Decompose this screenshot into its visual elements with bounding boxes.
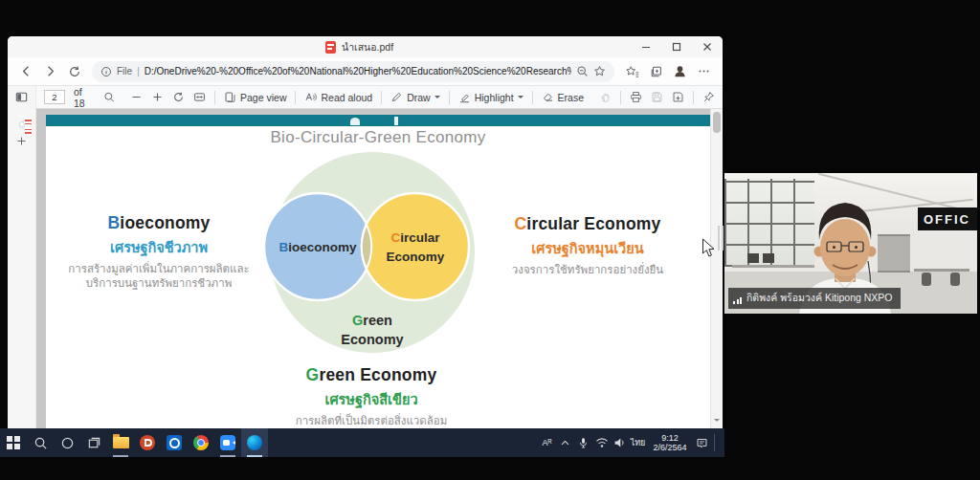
- meeting-stage: นำเสนอ.pdf File | D: [0, 0, 980, 480]
- outlook-icon: [167, 435, 182, 450]
- task-view-icon: [87, 436, 101, 450]
- edge-button-active[interactable]: [241, 428, 268, 457]
- taskbar-search-button[interactable]: [27, 428, 54, 457]
- circular-subtitle-thai: เศรษฐกิจหมุนเวียน: [478, 237, 698, 259]
- zoom-indicator-icon[interactable]: [576, 65, 589, 77]
- chevron-up-icon: [560, 438, 570, 448]
- forward-button[interactable]: [39, 60, 61, 82]
- page-number-input[interactable]: [44, 90, 65, 104]
- file-explorer-button[interactable]: [107, 428, 134, 457]
- print-button[interactable]: [630, 91, 642, 103]
- new-tab-button[interactable]: [15, 134, 28, 151]
- speaker-icon: [613, 437, 626, 448]
- save-button[interactable]: [651, 91, 663, 103]
- tray-app-badge[interactable]: Aᴿ: [538, 428, 556, 457]
- add-favorite-icon[interactable]: [593, 65, 606, 77]
- tab-actions-icon: [14, 90, 29, 104]
- minimize-button[interactable]: [631, 36, 661, 57]
- system-tray: Aᴿ ไทย 9:12 2/6/2564: [538, 428, 719, 457]
- pdf-content-area: Bio-Circular-Green Economy Bioeconomy Ci…: [36, 109, 723, 428]
- collections-button[interactable]: [645, 60, 667, 82]
- file-explorer-icon: [113, 437, 129, 448]
- zoom-in-button[interactable]: [151, 91, 164, 103]
- tab-item-pdf-2-active[interactable]: [19, 121, 25, 127]
- windows-logo-icon: [7, 436, 21, 450]
- task-view-button[interactable]: [80, 428, 107, 457]
- circular-economy-block: Circular Economy เศรษฐกิจหมุนเวียน วงจรก…: [478, 214, 698, 277]
- venn-circular-initial: C: [390, 230, 400, 245]
- highlighter-icon: [458, 91, 471, 103]
- page-view-label: Page view: [240, 92, 286, 103]
- outlook-button[interactable]: [161, 428, 188, 457]
- scrollbar-down-arrow[interactable]: [714, 419, 720, 425]
- eye: [833, 246, 835, 249]
- eye: [855, 246, 858, 249]
- chrome-button[interactable]: [188, 428, 214, 457]
- volume-tray-icon[interactable]: [611, 428, 629, 457]
- show-desktop-button[interactable]: [715, 428, 719, 457]
- minimize-icon: [640, 41, 652, 53]
- pdf-file-icon: [325, 41, 336, 54]
- venn-green-initial: G: [352, 313, 363, 328]
- bio-subtitle-thai: เศรษฐกิจชีวภาพ: [51, 236, 267, 258]
- start-button[interactable]: [0, 428, 27, 457]
- read-aloud-button[interactable]: Read aloud: [304, 91, 372, 103]
- draw-button[interactable]: Draw: [390, 91, 440, 103]
- url-text: D:/OneDrive%20-%20Office%20of%20National…: [145, 66, 571, 76]
- clock-time: 9:12: [647, 433, 693, 443]
- highlight-label: Highlight: [475, 92, 514, 103]
- back-button[interactable]: [15, 60, 37, 82]
- action-center-button[interactable]: [693, 428, 711, 457]
- scrollbar-thumb[interactable]: [713, 112, 721, 133]
- tab-actions-button[interactable]: [14, 90, 29, 108]
- powerpoint-button[interactable]: [134, 428, 161, 457]
- collections-icon: [650, 65, 663, 78]
- refresh-button[interactable]: [63, 60, 85, 82]
- microphone-tray-icon[interactable]: [574, 428, 592, 457]
- green-title-rest: reen Economy: [319, 365, 436, 384]
- close-button[interactable]: [692, 36, 723, 57]
- maximize-icon: [671, 41, 682, 53]
- close-icon: [702, 41, 713, 53]
- taskbar-clock[interactable]: 9:12 2/6/2564: [647, 433, 693, 452]
- hidden-icons-button[interactable]: [556, 428, 574, 457]
- page-view-button[interactable]: Page view: [224, 91, 286, 103]
- venn-bio-initial: B: [278, 240, 288, 254]
- green-economy-block: Green Economy เศรษฐกิจสีเขียว การผลิตที่…: [261, 365, 481, 428]
- circular-title-rest: ircular Economy: [526, 214, 660, 233]
- language-indicator[interactable]: ไทย: [629, 428, 647, 457]
- save-as-button[interactable]: [672, 91, 684, 103]
- more-menu-button[interactable]: [693, 60, 715, 82]
- refresh-icon: [68, 65, 81, 78]
- rotate-button[interactable]: [172, 91, 185, 103]
- address-bar[interactable]: File | D:/OneDrive%20-%20Office%20of%20N…: [92, 61, 614, 82]
- pan-hand-icon[interactable]: [599, 91, 612, 103]
- cortana-button[interactable]: [54, 428, 80, 457]
- venn-green-label: GreenEconomy: [315, 311, 430, 349]
- pdf-toolbar-right: [599, 91, 715, 104]
- pdf-scrollbar[interactable]: [710, 109, 723, 428]
- draw-dropdown-icon[interactable]: [434, 96, 440, 101]
- zoom-out-button[interactable]: [130, 91, 143, 103]
- wifi-tray-icon[interactable]: [592, 428, 611, 457]
- favorites-button[interactable]: [621, 60, 643, 82]
- draw-label: Draw: [407, 92, 431, 103]
- search-icon[interactable]: [103, 91, 115, 103]
- panel-resize-handle[interactable]: [718, 226, 724, 251]
- circular-desc: วงจรการใช้ทรัพยากรอย่างยั่งยืน: [478, 263, 698, 277]
- fit-to-width-button[interactable]: [193, 91, 206, 103]
- page-info-icon: [100, 66, 112, 77]
- forward-icon: [43, 64, 57, 78]
- pin-toolbar-icon[interactable]: [702, 91, 715, 103]
- page-count-label: of 18: [74, 86, 95, 109]
- maximize-button[interactable]: [661, 36, 692, 57]
- highlight-dropdown-icon[interactable]: [518, 96, 523, 101]
- profile-avatar[interactable]: [669, 60, 691, 82]
- erase-button[interactable]: Erase: [542, 91, 584, 103]
- browser-window: นำเสนอ.pdf File | D: [8, 36, 723, 428]
- venn-circular-line2: Economy: [358, 248, 473, 267]
- highlight-button[interactable]: Highlight: [458, 91, 523, 103]
- circular-title-initial: C: [515, 214, 527, 233]
- browser-navbar: File | D:/OneDrive%20-%20Office%20of%20N…: [8, 57, 723, 86]
- zoom-app-button[interactable]: [214, 428, 241, 457]
